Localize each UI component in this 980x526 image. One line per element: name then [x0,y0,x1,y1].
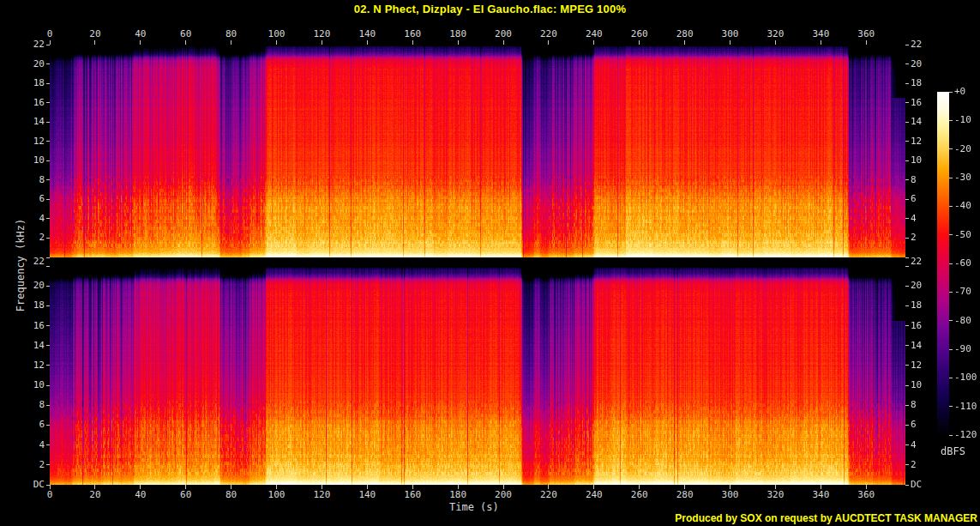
time-tick-label: 260 [621,490,658,500]
freq-tick-left [46,160,50,161]
time-tick-label: 280 [666,490,704,500]
db-tick-label: -60 [954,258,980,269]
db-tick [949,92,953,93]
freq-tick-label: 6 [15,420,45,430]
freq-tick-label: 12 [911,360,940,371]
freq-tick-right [905,405,909,406]
credit-text: Produced by SOX on request by AUCDTECT T… [675,512,977,524]
db-tick [949,378,953,378]
db-tick [949,120,953,121]
freq-tick-label: 20 [15,59,45,70]
time-tick-top [412,40,413,45]
freq-tick-right [905,385,909,386]
time-tick-label: 120 [303,490,340,500]
time-tick-label: 80 [213,29,250,39]
freq-tick-label: 18 [911,300,940,311]
time-tick-top [684,40,685,45]
freq-tick-left [46,218,50,219]
time-tick-label: 100 [258,490,296,500]
db-tick [949,178,953,178]
colorbar-title: dBFS [941,445,965,457]
db-tick [949,292,953,293]
time-tick-label: 340 [802,490,839,500]
x-axis-title: Time (s) [449,501,499,513]
time-tick-label: 140 [348,490,386,500]
freq-tick-label: 8 [911,400,940,410]
time-tick-label: 180 [439,490,477,500]
freq-tick-label: 22 [911,39,940,50]
freq-tick-label: 10 [15,155,45,166]
freq-tick-label: 8 [15,400,45,410]
time-tick-top [140,40,141,45]
freq-tick-label: 4 [911,440,940,450]
freq-tick-label: 14 [911,341,940,351]
time-tick-top [730,40,730,45]
freq-tick-left [46,179,50,180]
freq-tick-label: 6 [911,194,940,204]
freq-tick-left [46,266,50,267]
freq-tick-label: 16 [15,98,45,108]
freq-tick-left [46,199,50,200]
freq-tick-right [905,286,909,287]
time-tick-label: 40 [122,490,159,500]
freq-tick-label: 16 [911,321,940,331]
spectrogram-left-channel [50,45,905,257]
time-tick-label: 360 [847,29,885,39]
time-tick-top [639,40,640,45]
time-tick-top [821,40,821,45]
freq-tick-label: 16 [911,98,940,108]
db-tick [949,206,953,207]
time-tick-top [231,40,231,45]
freq-tick-label: 10 [911,380,940,390]
time-tick-label: 200 [484,29,522,39]
db-tick [949,263,953,264]
freq-tick-left [46,257,50,258]
page-title: 02. N Phect, Dizplay - El Gaucho.flac: M… [0,3,980,15]
freq-tick-left [46,385,50,386]
time-tick-label: 340 [802,29,839,39]
time-tick-label: 220 [530,490,568,500]
freq-dc-label: DC [911,480,940,490]
time-tick-label: 120 [303,29,340,39]
time-tick-label: 60 [167,490,205,500]
freq-tick-right [905,160,909,161]
time-tick-label: 300 [712,490,749,500]
db-tick-label: -90 [954,344,980,354]
time-tick-top [367,40,368,45]
time-tick-top [775,40,776,45]
freq-tick-right [905,122,909,123]
freq-tick-right [905,141,909,142]
freq-tick-left [46,405,50,406]
freq-tick-left [46,45,50,45]
time-tick-label: 160 [394,29,431,39]
time-tick-label: 160 [394,490,431,500]
freq-tick-left [46,141,50,142]
time-tick-top [503,40,504,45]
freq-tick-left [46,83,50,84]
freq-tick-right [905,325,909,326]
freq-tick-right [905,179,909,180]
freq-tick-label: 14 [911,117,940,127]
freq-tick-label: 14 [15,117,45,127]
freq-tick-label: 20 [911,281,940,291]
freq-tick-label: 18 [911,78,940,88]
db-tick-label: -110 [954,402,980,412]
freq-tick-left [46,102,50,103]
time-tick-label: 0 [31,490,69,500]
db-tick-label: +0 [954,87,980,97]
freq-tick-label: 6 [911,420,940,430]
freq-tick-left [46,444,50,445]
time-tick-label: 60 [167,29,205,39]
freq-tick-label: 8 [911,175,940,185]
spectrogram-window: 02. N Phect, Dizplay - El Gaucho.flac: M… [0,0,980,526]
freq-tick-left [46,485,50,486]
freq-tick-label: 20 [911,59,940,70]
db-tick-label: -120 [954,430,980,440]
time-tick-label: 200 [484,490,522,500]
db-tick-label: -100 [954,372,980,383]
freq-tick-label: 12 [911,136,940,147]
time-tick-label: 240 [575,490,613,500]
freq-tick-right [905,45,909,45]
time-tick-label: 80 [213,490,250,500]
freq-tick-right [905,425,909,426]
